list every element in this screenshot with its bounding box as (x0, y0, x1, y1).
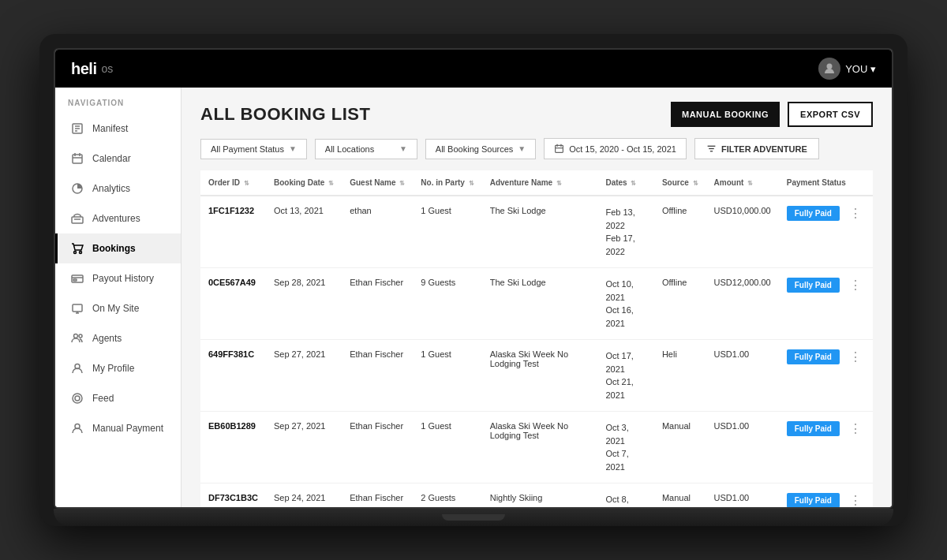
svg-point-23 (75, 396, 80, 401)
bookings-table-container: Order ID ⇅ Booking Date ⇅ Guest Name ⇅ N… (182, 170, 892, 507)
locations-filter[interactable]: All Locations ▼ (315, 139, 417, 159)
svg-point-24 (73, 394, 82, 403)
table-row[interactable]: 649FF381C Sep 27, 2021 Ethan Fischer 1 G… (200, 340, 873, 412)
cell-order-id: 649FF381C (200, 340, 266, 412)
filter-adventure-button[interactable]: FILTER ADVENTURE (694, 138, 819, 159)
cell-guest-name: ethan (342, 196, 413, 268)
cell-amount: USD10,000.00 (706, 196, 779, 268)
row-actions-menu[interactable]: ⋮ (846, 493, 865, 507)
cell-adventure-name: The Ski Lodge (482, 196, 598, 268)
cell-payment-status: Fully Paid ⋮ (779, 412, 873, 483)
filter-icon (706, 144, 717, 154)
svg-point-21 (79, 334, 82, 338)
svg-rect-17 (73, 304, 82, 312)
cell-guest-name: Ethan Fischer (342, 340, 413, 412)
svg-point-0 (827, 64, 833, 69)
payout-icon (70, 271, 84, 286)
sidebar-item-on-my-site[interactable]: On My Site (55, 293, 181, 323)
svg-point-13 (80, 252, 82, 254)
sidebar-item-my-profile-label: My Profile (92, 363, 134, 374)
user-avatar (818, 58, 840, 80)
cell-source: Heli (654, 340, 706, 412)
cell-source: Offline (654, 268, 706, 340)
cell-order-id: 1FC1F1232 (200, 196, 266, 268)
export-csv-button[interactable]: EXPORT CSV (788, 102, 873, 127)
row-actions-menu[interactable]: ⋮ (846, 349, 865, 364)
logo: heli os (71, 60, 113, 78)
svg-rect-16 (73, 279, 77, 281)
col-guest-name[interactable]: Guest Name ⇅ (342, 170, 413, 196)
status-badge: Fully Paid (787, 493, 840, 507)
cell-no-in-party: 2 Guests (413, 483, 481, 508)
payment-status-filter[interactable]: All Payment Status ▼ (200, 139, 307, 159)
table-row[interactable]: DF73C1B3C Sep 24, 2021 Ethan Fischer 2 G… (200, 483, 873, 508)
sidebar-item-payout-history[interactable]: Payout History (55, 263, 181, 293)
row-actions-menu[interactable]: ⋮ (846, 206, 865, 221)
svg-rect-10 (72, 217, 83, 223)
sidebar: NAVIGATION Manifest Calendar (55, 88, 182, 507)
cell-payment-status: Fully Paid ⋮ (779, 268, 873, 340)
date-range-filter[interactable]: Oct 15, 2020 - Oct 15, 2021 (544, 138, 687, 159)
sidebar-item-feed-label: Feed (92, 393, 114, 404)
col-no-in-party[interactable]: No. in Party ⇅ (413, 170, 481, 196)
cell-guest-name: Ethan Fischer (342, 268, 413, 340)
sidebar-item-analytics[interactable]: Analytics (55, 174, 181, 203)
cell-adventure-name: Nightly Skiing (482, 483, 598, 508)
topbar: heli os YOU ▾ (55, 50, 892, 88)
col-order-id[interactable]: Order ID ⇅ (200, 170, 266, 196)
sidebar-item-adventures-label: Adventures (92, 213, 140, 224)
col-booking-date[interactable]: Booking Date ⇅ (266, 170, 342, 196)
col-adventure-name[interactable]: Adventure Name ⇅ (482, 170, 598, 196)
content-area: ALL BOOKING LIST MANUAL BOOKING EXPORT C… (182, 88, 892, 507)
cell-adventure-name: The Ski Lodge (482, 268, 598, 340)
nav-heading: NAVIGATION (55, 88, 181, 114)
cell-booking-date: Oct 13, 2021 (266, 196, 342, 268)
col-dates[interactable]: Dates ⇅ (597, 170, 653, 196)
manual-booking-button[interactable]: MANUAL BOOKING (671, 102, 780, 127)
sidebar-item-calendar-label: Calendar (92, 153, 131, 164)
feed-icon (70, 391, 84, 405)
status-badge: Fully Paid (787, 349, 840, 364)
svg-rect-5 (73, 155, 82, 163)
table-row[interactable]: EB60B1289 Sep 27, 2021 Ethan Fischer 1 G… (200, 412, 873, 483)
col-amount[interactable]: Amount ⇅ (706, 170, 779, 196)
booking-sources-filter[interactable]: All Booking Sources ▼ (425, 139, 536, 159)
sidebar-item-on-my-site-label: On My Site (92, 303, 139, 314)
sidebar-item-my-profile[interactable]: My Profile (55, 353, 181, 383)
cell-order-id: DF73C1B3C (200, 483, 266, 508)
on-my-site-icon (70, 301, 84, 315)
manual-payment-icon (70, 421, 84, 435)
cell-booking-date: Sep 24, 2021 (266, 483, 342, 508)
sidebar-item-bookings[interactable]: Bookings (55, 233, 181, 263)
cell-source: Manual (654, 412, 706, 483)
cell-booking-date: Sep 27, 2021 (266, 412, 342, 483)
sidebar-item-manual-payment[interactable]: Manual Payment (55, 413, 181, 443)
sidebar-item-adventures[interactable]: Adventures (55, 203, 181, 233)
cell-amount: USD1.00 (706, 340, 779, 412)
sidebar-item-calendar[interactable]: Calendar (55, 144, 181, 174)
adventures-icon (70, 211, 84, 226)
cell-order-id: EB60B1289 (200, 412, 266, 483)
chevron-down-icon: ▼ (289, 144, 297, 153)
cell-amount: USD12,000.00 (706, 268, 779, 340)
table-row[interactable]: 1FC1F1232 Oct 13, 2021 ethan 1 Guest The… (200, 196, 873, 268)
svg-point-20 (74, 334, 78, 338)
content-header: ALL BOOKING LIST MANUAL BOOKING EXPORT C… (182, 88, 892, 138)
row-actions-menu[interactable]: ⋮ (846, 421, 865, 436)
col-source[interactable]: Source ⇅ (654, 170, 706, 196)
user-menu[interactable]: YOU ▾ (818, 58, 876, 80)
cell-amount: USD1.00 (706, 412, 779, 483)
table-row[interactable]: 0CE567A49 Sep 28, 2021 Ethan Fischer 9 G… (200, 268, 873, 340)
cell-dates: Oct 10, 2021Oct 16, 2021 (597, 268, 653, 340)
cell-no-in-party: 1 Guest (413, 412, 481, 483)
header-actions: MANUAL BOOKING EXPORT CSV (671, 102, 873, 127)
cell-dates: Oct 17, 2021Oct 21, 2021 (597, 340, 653, 412)
sidebar-item-manifest[interactable]: Manifest (55, 114, 181, 144)
col-payment-status: Payment Status (779, 170, 873, 196)
sidebar-item-agents[interactable]: Agents (55, 323, 181, 353)
cell-payment-status: Fully Paid ⋮ (779, 196, 873, 268)
sidebar-item-feed[interactable]: Feed (55, 383, 181, 413)
cell-adventure-name: Alaska Ski Week No Lodging Test (482, 340, 598, 412)
row-actions-menu[interactable]: ⋮ (846, 278, 865, 293)
cell-payment-status: Fully Paid ⋮ (779, 483, 873, 508)
